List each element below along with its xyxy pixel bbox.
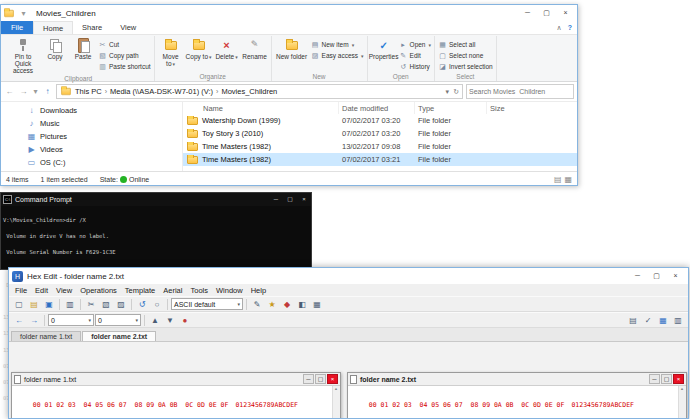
column-header-size[interactable]: Size	[487, 102, 577, 114]
explorer-titlebar[interactable]: ▾ Movies_Children ─ ▢ ×	[1, 5, 577, 21]
child-maximize-button[interactable]: ▢	[661, 374, 672, 384]
minimize-button[interactable]: ─	[518, 6, 537, 20]
properties-button[interactable]: ✓ Properties	[371, 36, 397, 60]
column-header-name[interactable]: Name	[183, 102, 339, 114]
search-input[interactable]	[469, 88, 571, 95]
minimize-button[interactable]: ─	[269, 193, 283, 206]
menu-aerial[interactable]: Aerial	[159, 286, 186, 295]
record-icon[interactable]: ●	[178, 314, 192, 327]
select-all-button[interactable]: ▦ Select all	[438, 40, 493, 49]
tab-view[interactable]: View	[111, 21, 145, 34]
file-row-selected[interactable]: Time Masters (1982) 07/02/2017 03:21 Fil…	[183, 153, 577, 166]
breadcrumb-item-this-pc[interactable]: This PC	[75, 87, 102, 96]
hex-editor-area[interactable]: 00 01 02 03 04 05 06 07 08 09 0A 0B 0C 0…	[12, 386, 340, 419]
large-icons-view-button[interactable]: ▦	[564, 175, 572, 184]
decimal-offset-field[interactable]: 0 ▾	[95, 314, 141, 326]
collapse-ribbon-icon[interactable]: ∧	[557, 24, 562, 32]
child-minimize-button[interactable]: ─	[649, 374, 660, 384]
search-box[interactable]	[466, 84, 574, 99]
paste-button[interactable]: Paste	[70, 36, 96, 60]
breadcrumb-item-current[interactable]: Movies_Children	[221, 87, 277, 96]
minimize-button[interactable]: ─	[628, 269, 647, 283]
new-item-button[interactable]: ▤ New item ▾	[311, 40, 364, 49]
help-icon[interactable]: ?	[568, 24, 572, 31]
new-folder-button[interactable]: New folder	[275, 36, 309, 60]
maximize-button[interactable]: ▢	[647, 269, 666, 283]
refresh-icon[interactable]: ↻	[453, 88, 459, 96]
hex-offset-field[interactable]: 0 ▾	[48, 314, 94, 326]
sidebar-item-downloads[interactable]: ↓ Downloads	[1, 104, 182, 117]
menu-edit[interactable]: Edit	[31, 286, 52, 295]
undo-icon[interactable]: ↺	[135, 298, 149, 311]
file-row[interactable]: Time Masters (1982) 13/02/2017 09:08 Fil…	[183, 140, 577, 153]
compare-icon[interactable]: ▤	[626, 314, 640, 327]
close-button[interactable]: ×	[666, 269, 685, 283]
document-tab-2[interactable]: folder name 2.txt	[82, 331, 156, 341]
bookmark-icon[interactable]: ★	[265, 298, 279, 311]
breadcrumb-item-drive[interactable]: Media (\\ASA-DSK-W7-01) (V:)	[110, 87, 213, 96]
child-close-button[interactable]: ×	[673, 374, 684, 384]
menu-tools[interactable]: Tools	[186, 286, 212, 295]
hex-editor-area[interactable]: 00 01 02 03 04 05 06 07 08 09 0A 0B 0C 0…	[348, 386, 686, 419]
sidebar-item-os-c[interactable]: ▭ OS (C:)	[1, 156, 182, 169]
maximize-button[interactable]: ▢	[537, 6, 556, 20]
address-dropdown-icon[interactable]: ▾	[446, 88, 450, 96]
copy-icon[interactable]: ▧	[99, 298, 113, 311]
recent-locations-dropdown-icon[interactable]: ▾	[32, 87, 39, 96]
edit-mode-icon[interactable]: ✎	[250, 298, 264, 311]
quick-access-dropdown-icon[interactable]: ▾	[18, 9, 29, 18]
move-to-button[interactable]: Move to▾	[158, 36, 184, 68]
close-button[interactable]: ×	[556, 6, 575, 20]
invert-selection-button[interactable]: ◪ Invert selection	[438, 62, 493, 71]
easy-access-button[interactable]: ▨ Easy access ▾	[311, 51, 364, 60]
menu-help[interactable]: Help	[247, 286, 270, 295]
scrollbar[interactable]	[678, 386, 686, 419]
child-titlebar[interactable]: folder name 2.txt ─ ▢ ×	[348, 373, 686, 386]
checksum-icon[interactable]: ✓	[641, 314, 655, 327]
grid-view-icon[interactable]: ▦	[310, 298, 324, 311]
details-view-button[interactable]: ▤	[554, 175, 562, 184]
open-file-icon[interactable]: ▤	[27, 298, 41, 311]
sidebar-item-pictures[interactable]: ▦ Pictures	[1, 130, 182, 143]
document-tab-1[interactable]: folder name 1.txt	[11, 331, 81, 341]
split-view-icon[interactable]: ◧	[295, 298, 309, 311]
menu-template[interactable]: Template	[121, 286, 159, 295]
file-tab[interactable]: File	[1, 21, 33, 34]
child-titlebar[interactable]: folder name 1.txt ─ ▢ ×	[12, 373, 340, 386]
sidebar-item-videos[interactable]: ▶ Videos	[1, 143, 182, 156]
rename-button[interactable]: ✎ Rename	[242, 36, 268, 60]
new-file-icon[interactable]: ▢	[12, 298, 26, 311]
file-row[interactable]: Watership Down (1999) 07/02/2017 03:20 F…	[183, 114, 577, 127]
copy-button[interactable]: Copy	[42, 36, 68, 60]
close-button[interactable]: ×	[297, 193, 311, 206]
nav-forward-icon[interactable]: →	[27, 314, 41, 327]
menu-file[interactable]: File	[11, 286, 31, 295]
properties-icon[interactable]: ▥	[671, 314, 685, 327]
scrollbar[interactable]	[332, 386, 340, 419]
highlight-icon[interactable]: ◆	[280, 298, 294, 311]
select-none-button[interactable]: ▢ Select none	[438, 51, 493, 60]
forward-icon[interactable]: →	[18, 87, 29, 96]
tab-home[interactable]: Home	[33, 21, 73, 34]
column-header-date-modified[interactable]: Date modified	[339, 102, 415, 114]
tab-share[interactable]: Share	[73, 21, 111, 34]
menu-operations[interactable]: Operations	[76, 286, 121, 295]
up-icon[interactable]: ↑	[42, 87, 53, 96]
back-icon[interactable]: ←	[4, 87, 15, 96]
cut-button[interactable]: ✂ Cut	[98, 40, 151, 49]
bookmark-next-icon[interactable]: ▼	[163, 314, 177, 327]
paste-shortcut-button[interactable]: ▥ Paste shortcut	[98, 62, 151, 71]
child-minimize-button[interactable]: ─	[303, 374, 314, 384]
pin-to-quick-access-button[interactable]: Pin to Quick access	[6, 36, 40, 74]
history-button[interactable]: ↺ History	[399, 62, 431, 71]
cut-icon[interactable]: ✂	[84, 298, 98, 311]
edit-button[interactable]: ✎ Edit	[399, 51, 431, 60]
paste-icon[interactable]: ▨	[114, 298, 128, 311]
charset-select[interactable]: ASCII default ▾	[171, 298, 243, 310]
nav-back-icon[interactable]: ←	[12, 314, 26, 327]
print-icon[interactable]: ▥	[63, 298, 77, 311]
calculator-icon[interactable]: ▦	[656, 314, 670, 327]
open-button[interactable]: ▸ Open ▾	[399, 40, 431, 49]
maximize-button[interactable]: ▢	[283, 193, 297, 206]
menu-view[interactable]: View	[52, 286, 76, 295]
